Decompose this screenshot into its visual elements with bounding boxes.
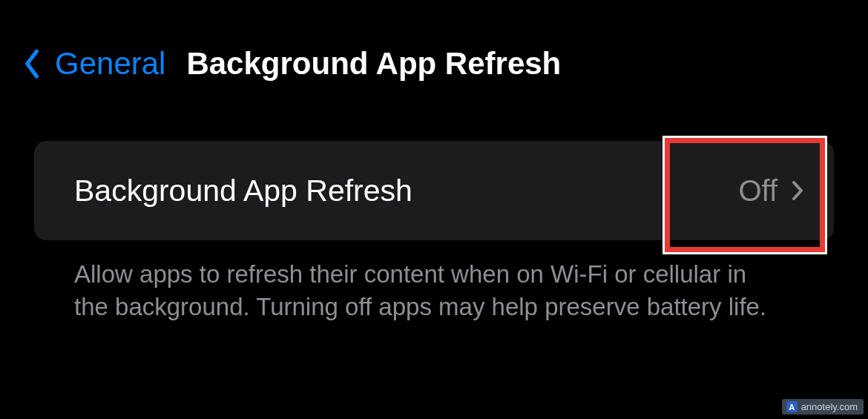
back-button-label[interactable]: General (55, 46, 165, 82)
watermark-text: annotely.com (801, 401, 858, 412)
setting-label: Background App Refresh (74, 174, 412, 208)
chevron-right-icon (791, 179, 806, 202)
setting-value-group: Off (738, 174, 806, 208)
page-title: Background App Refresh (186, 46, 561, 82)
background-app-refresh-row[interactable]: Background App Refresh Off (34, 141, 834, 240)
watermark-badge-icon: A (786, 401, 798, 412)
setting-value: Off (738, 174, 777, 208)
watermark: A annotely.com (782, 399, 864, 415)
back-chevron-icon[interactable] (18, 46, 46, 82)
nav-header: General Background App Refresh (0, 0, 868, 82)
setting-description: Allow apps to refresh their content when… (34, 240, 791, 323)
content-area: Background App Refresh Off Allow apps to… (0, 82, 868, 323)
